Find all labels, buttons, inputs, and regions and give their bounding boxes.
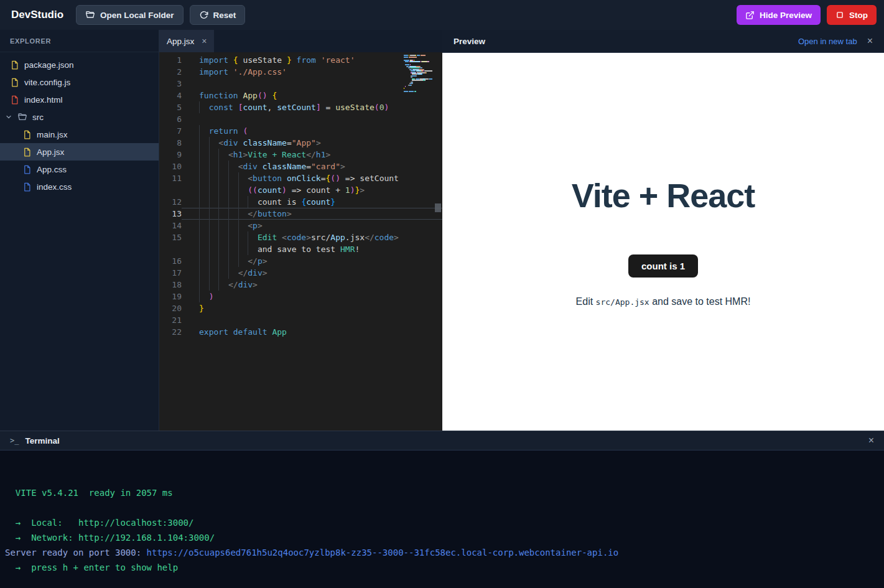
- line-number: 15: [159, 231, 182, 243]
- external-link-icon: [745, 11, 755, 20]
- code-line-15[interactable]: 15 Edit <code>src/App.jsx</code>: [159, 231, 442, 243]
- code-text: <div className="card">: [182, 161, 442, 172]
- indent-guide: [238, 172, 239, 184]
- file-icon: [10, 78, 19, 87]
- code-line-14[interactable]: 14 <p>: [159, 220, 442, 231]
- indent-guide: [199, 161, 200, 172]
- code-line-7[interactable]: 7 return (: [159, 125, 442, 137]
- code-line-2[interactable]: 2import './App.css': [159, 66, 442, 78]
- top-toolbar: DevStudio Open Local Folder Reset Hide P…: [0, 0, 884, 30]
- count-button[interactable]: count is 1: [628, 254, 698, 278]
- code-line-11-wrap[interactable]: ((count) => count + 1)}>: [159, 184, 442, 196]
- indent-guide: [228, 220, 229, 231]
- indent-guide: [238, 243, 239, 255]
- stop-label: Stop: [849, 11, 868, 20]
- code-line-3[interactable]: 3: [159, 78, 442, 90]
- code-line-19[interactable]: 19 ): [159, 291, 442, 302]
- file-icon: [10, 60, 19, 70]
- indent-guide: [218, 208, 219, 220]
- indent-guide: [209, 279, 210, 291]
- indent-guide: [199, 231, 200, 243]
- code-text: and save to test HMR!: [182, 243, 442, 255]
- indent-guide: [228, 172, 229, 184]
- indent-guide: [209, 149, 210, 161]
- code-line-16[interactable]: 16 </p>: [159, 255, 442, 267]
- code-line-21[interactable]: 21: [159, 314, 442, 326]
- code-line-15-wrap[interactable]: and save to test HMR!: [159, 243, 442, 255]
- terminal-title: Terminal: [25, 436, 59, 446]
- line-number: 3: [159, 78, 182, 90]
- indent-guide: [218, 267, 219, 279]
- file-name: App.jsx: [37, 147, 64, 157]
- indent-guide: [199, 279, 200, 291]
- code-line-8[interactable]: 8 <div className="App">: [159, 137, 442, 149]
- editor-scrollbar-thumb[interactable]: [435, 203, 441, 212]
- file-item-App-jsx[interactable]: App.jsx: [0, 143, 159, 161]
- code-line-13[interactable]: 13 </button>: [159, 208, 442, 220]
- code-line-11[interactable]: 11 <button onClick={() => setCount: [159, 172, 442, 184]
- indent-guide: [218, 161, 219, 172]
- code-text: ((count) => count + 1)}>: [182, 184, 442, 196]
- folder-item-src[interactable]: src: [0, 108, 159, 126]
- indent-guide: [209, 231, 210, 243]
- code-line-22[interactable]: 22export default App: [159, 326, 442, 338]
- code-line-5[interactable]: 5 const [count, setCount] = useState(0): [159, 101, 442, 113]
- file-item-package-json[interactable]: package.json: [0, 56, 159, 73]
- code-line-20[interactable]: 20}: [159, 302, 442, 314]
- indent-guide: [209, 255, 210, 267]
- open-local-folder-button[interactable]: Open Local Folder: [76, 5, 184, 25]
- indent-guide: [218, 172, 219, 184]
- preview-panel: Preview Open in new tab × Vite + React c…: [442, 30, 884, 431]
- code-line-6[interactable]: 6: [159, 113, 442, 125]
- file-item-main-jsx[interactable]: main.jsx: [0, 126, 159, 143]
- open-in-new-tab-link[interactable]: Open in new tab: [798, 37, 857, 46]
- folder-icon: [17, 112, 27, 122]
- indent-guide: [238, 220, 239, 231]
- line-number: 4: [159, 90, 182, 101]
- code-line-18[interactable]: 18 </div>: [159, 279, 442, 291]
- hide-preview-button[interactable]: Hide Preview: [737, 5, 821, 25]
- line-number: 7: [159, 125, 182, 137]
- main-area: EXPLORER package.jsonvite.config.jsindex…: [0, 30, 884, 431]
- file-item-index-css[interactable]: index.css: [0, 178, 159, 195]
- tab-app-jsx[interactable]: App.jsx ×: [159, 30, 214, 52]
- code-text: <h1>Vite + React</h1>: [182, 149, 442, 161]
- editor-minimap[interactable]: [404, 55, 432, 92]
- explorer-header: EXPLORER: [0, 30, 159, 52]
- indent-guide: [228, 161, 229, 172]
- code-line-12[interactable]: 12 count is {count}: [159, 196, 442, 208]
- code-line-17[interactable]: 17 </div>: [159, 267, 442, 279]
- indent-guide: [209, 267, 210, 279]
- line-number: 20: [159, 302, 182, 314]
- terminal-close-icon[interactable]: ×: [868, 435, 874, 446]
- terminal-panel: >_ Terminal × VITE v5.4.21 ready in 2057…: [0, 431, 884, 588]
- code-line-1[interactable]: 1import { useState } from 'react': [159, 54, 442, 66]
- terminal-line: [5, 470, 879, 485]
- file-name: vite.config.js: [24, 78, 70, 87]
- indent-guide: [218, 149, 219, 161]
- explorer-sidebar: EXPLORER package.jsonvite.config.jsindex…: [0, 30, 159, 431]
- preview-close-icon[interactable]: ×: [867, 35, 873, 47]
- code-editor[interactable]: 1import { useState } from 'react'2import…: [159, 52, 442, 431]
- indent-guide: [218, 243, 219, 255]
- file-item-index-html[interactable]: index.html: [0, 91, 159, 108]
- file-item-vite-config-js[interactable]: vite.config.js: [0, 73, 159, 91]
- code-line-4[interactable]: 4function App() {: [159, 90, 442, 101]
- indent-guide: [209, 220, 210, 231]
- code-line-9[interactable]: 9 <h1>Vite + React</h1>: [159, 149, 442, 161]
- indent-guide: [218, 196, 219, 208]
- indent-guide: [228, 243, 229, 255]
- terminal-output[interactable]: VITE v5.4.21 ready in 2057 ms → Local: h…: [0, 450, 884, 588]
- code-editor-panel: App.jsx × 1import { useState } from 'rea…: [159, 30, 442, 431]
- indent-guide: [199, 125, 200, 137]
- indent-guide: [218, 231, 219, 243]
- stop-button[interactable]: Stop: [827, 5, 877, 25]
- file-icon: [22, 147, 32, 157]
- code-text: <div className="App">: [182, 137, 442, 149]
- reset-button[interactable]: Reset: [190, 5, 246, 25]
- preview-viewport: Vite + React count is 1 Edit src/App.jsx…: [442, 53, 884, 431]
- file-icon: [22, 130, 32, 139]
- tab-close-icon[interactable]: ×: [202, 36, 207, 46]
- file-item-App-css[interactable]: App.css: [0, 161, 159, 178]
- code-line-10[interactable]: 10 <div className="card">: [159, 161, 442, 172]
